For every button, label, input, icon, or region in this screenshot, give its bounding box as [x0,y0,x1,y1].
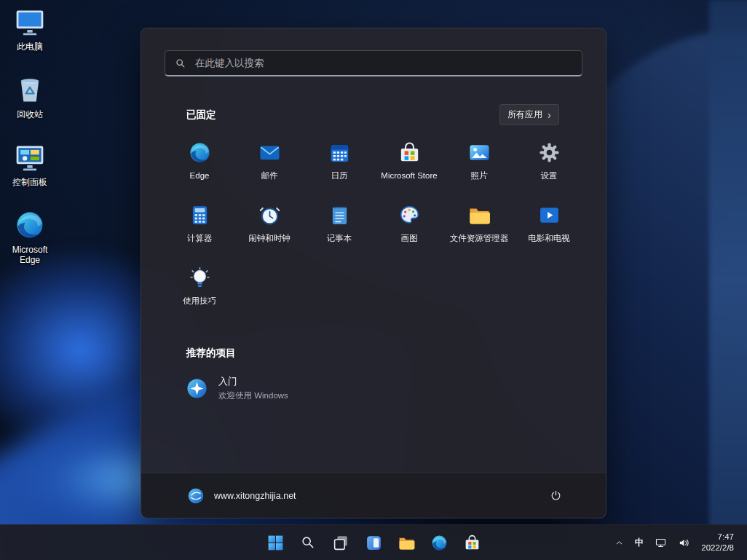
this-pc-icon [14,6,46,38]
ime-indicator[interactable]: 中 [631,529,649,556]
taskbar-widgets-button[interactable] [359,528,388,557]
get-started-icon [185,376,209,401]
clock-date: 2022/2/8 [701,543,734,553]
recommended-item-subtitle: 欢迎使用 Windows [218,390,288,401]
pinned-app-calendar[interactable]: 日历 [304,133,374,195]
calendar-icon [328,141,352,165]
start-menu-footer: www.xitongzhijia.net [141,473,606,518]
start-search-box[interactable] [165,50,582,76]
app-label: 使用技巧 [183,296,216,306]
recommended-item-text: 入门 欢迎使用 Windows [218,375,288,401]
app-label: Edge [190,171,210,181]
app-label: 文件资源管理器 [450,234,509,243]
system-tray: 中 7:47 2022/2/8 [610,525,747,560]
tips-bulb-icon [188,266,212,290]
pinned-app-settings[interactable]: 设置 [514,133,584,195]
network-icon [655,537,667,549]
desktop-icon-recycle-bin[interactable]: 回收站 [1,74,58,119]
pinned-app-paint[interactable]: 画图 [374,195,444,258]
desktop-icon-column: 此电脑 回收站 控制面板 Microsoft Edge [1,6,58,265]
desktop-icon-label: 控制面板 [12,177,47,187]
desktop-icon-label: 回收站 [17,109,43,119]
pinned-app-alarms-clock[interactable]: 闹钟和时钟 [234,195,304,258]
notepad-icon [328,203,352,227]
alarm-clock-icon [258,203,282,227]
pinned-app-movies-tv[interactable]: 电影和电视 [514,195,584,258]
pinned-app-calculator[interactable]: 计算器 [165,195,234,258]
desktop-icon-label: Microsoft Edge [1,245,58,265]
taskbar: 中 7:47 2022/2/8 [0,524,747,560]
edge-icon [14,209,46,241]
tray-volume-button[interactable] [673,529,695,556]
taskbar-search-icon [300,535,316,551]
pinned-title: 已固定 [186,109,216,122]
pinned-app-mail[interactable]: 邮件 [234,133,304,195]
start-menu: 已固定 所有应用 › Edge 邮件 日历 Microsoft Store 照片 [141,28,606,518]
paint-palette-icon [398,203,422,227]
pinned-app-store[interactable]: Microsoft Store [374,133,444,195]
pinned-app-tips[interactable]: 使用技巧 [165,258,234,320]
calculator-icon [188,203,212,227]
app-label: 计算器 [187,234,213,243]
all-apps-label: 所有应用 [507,109,542,121]
desktop-icon-label: 此电脑 [17,42,43,52]
search-input[interactable] [194,57,572,69]
pinned-section-header: 已固定 所有应用 › [186,104,559,125]
wallpaper-shape [709,0,747,560]
movies-tv-icon [537,203,561,227]
recommended-title: 推荐的项目 [186,347,236,360]
edge-icon [188,141,212,165]
app-label: 设置 [541,171,558,181]
desktop-icon-control-panel[interactable]: 控制面板 [1,141,58,187]
taskbar-edge-button[interactable] [424,528,454,557]
app-label: 日历 [331,171,348,181]
desktop-icon-this-pc[interactable]: 此电脑 [1,6,58,52]
recommended-section-header: 推荐的项目 [186,347,559,360]
mail-icon [258,141,282,165]
pinned-app-edge[interactable]: Edge [165,133,234,195]
control-panel-icon [14,141,46,173]
pinned-apps-grid: Edge 邮件 日历 Microsoft Store 照片 设置 计算器 闹钟 [165,133,582,320]
tray-overflow-button[interactable] [610,529,628,556]
pinned-app-file-explorer[interactable]: 文件资源管理器 [444,195,514,258]
account-name: www.xitongzhijia.net [214,491,296,501]
power-button[interactable] [542,482,569,510]
taskbar-start-button[interactable] [261,528,290,557]
store-icon [398,141,422,165]
app-label: 邮件 [261,171,278,181]
recycle-bin-icon [14,74,46,106]
photos-icon [467,141,491,165]
settings-gear-icon [537,141,561,165]
taskbar-search-button[interactable] [293,528,323,557]
widgets-icon [365,534,383,552]
user-account-button[interactable]: www.xitongzhijia.net [179,482,304,510]
all-apps-button[interactable]: 所有应用 › [499,104,559,125]
store-icon [463,534,481,552]
windows-start-icon [266,534,285,552]
taskbar-task-view-button[interactable] [326,528,355,557]
taskbar-clock[interactable]: 7:47 2022/2/8 [697,530,738,555]
task-view-icon [332,534,350,552]
app-label: 闹钟和时钟 [248,234,290,243]
taskbar-store-button[interactable] [457,528,486,557]
app-label: 照片 [471,171,488,181]
pinned-app-notepad[interactable]: 记事本 [304,195,374,258]
site-logo-icon [186,486,205,505]
edge-icon [430,534,448,552]
app-label: 记事本 [327,234,352,243]
volume-icon [678,537,690,549]
chevron-right-icon: › [548,111,551,119]
taskbar-file-explorer-button[interactable] [392,528,421,557]
pinned-app-photos[interactable]: 照片 [444,133,514,195]
chevron-up-icon [614,538,624,548]
app-label: 画图 [401,234,418,243]
app-label: Microsoft Store [381,171,437,181]
app-label: 电影和电视 [528,234,570,243]
recommended-item-get-started[interactable]: 入门 欢迎使用 Windows [175,368,415,408]
recommended-item-title: 入门 [218,375,288,388]
taskbar-buttons [261,528,486,557]
tray-network-button[interactable] [650,529,671,556]
desktop-icon-edge[interactable]: Microsoft Edge [1,209,58,265]
search-icon [175,58,186,69]
file-explorer-icon [398,534,416,552]
